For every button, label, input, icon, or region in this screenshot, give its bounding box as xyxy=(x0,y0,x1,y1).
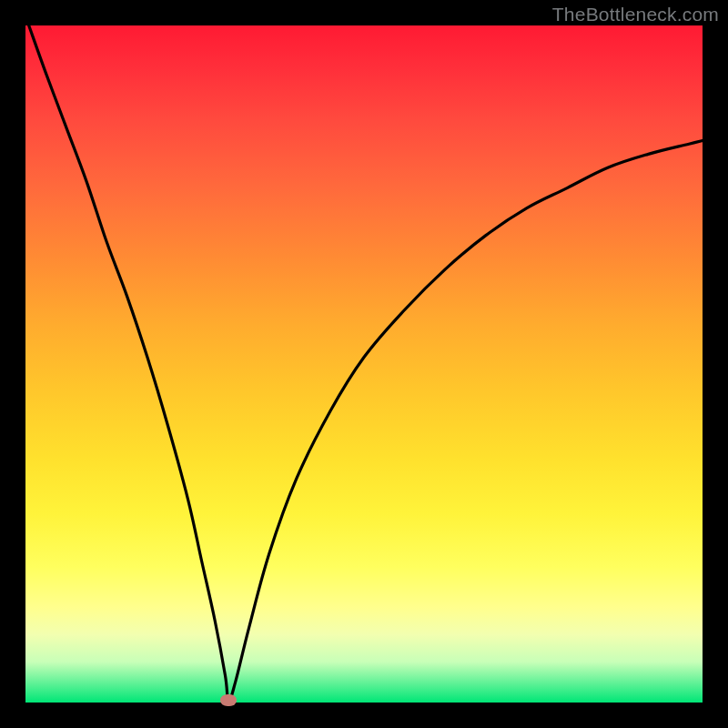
chart-svg xyxy=(25,25,703,703)
chart-frame xyxy=(25,25,703,703)
watermark-text: TheBottleneck.com xyxy=(552,4,719,25)
bottleneck-curve xyxy=(29,25,703,701)
optimal-point-marker xyxy=(220,694,237,706)
